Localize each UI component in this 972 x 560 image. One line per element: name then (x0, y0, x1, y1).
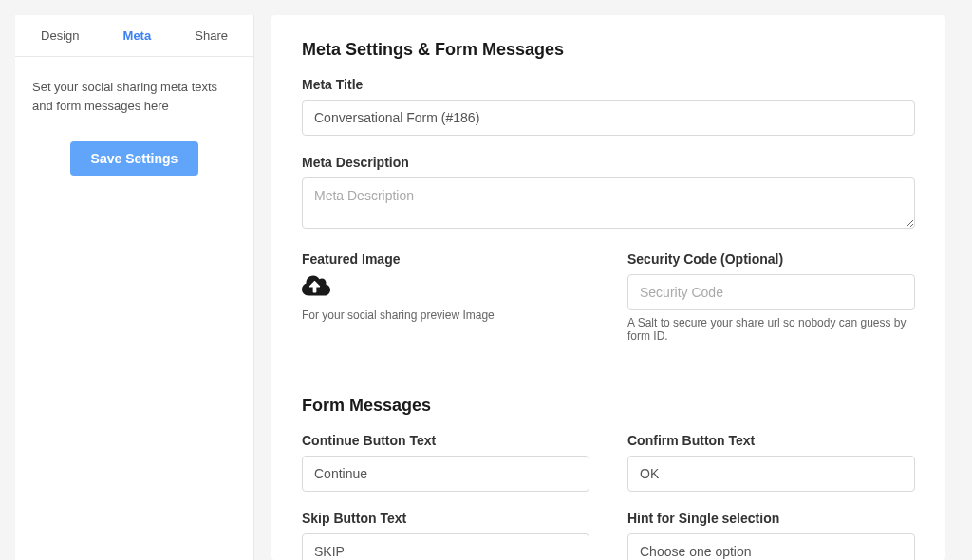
tab-meta[interactable]: Meta (112, 15, 163, 56)
security-code-helper: A Salt to secure your share url so nobod… (627, 316, 915, 343)
featured-image-label: Featured Image (302, 252, 589, 267)
skip-button-text-input[interactable] (302, 533, 589, 560)
security-code-input[interactable] (627, 274, 915, 310)
hint-single-selection-label: Hint for Single selection (627, 511, 915, 526)
continue-button-text-input[interactable] (302, 456, 589, 492)
tab-share[interactable]: Share (183, 15, 239, 56)
meta-title-input[interactable] (302, 100, 915, 136)
form-messages-heading: Form Messages (302, 396, 915, 416)
meta-description-label: Meta Description (302, 155, 915, 170)
hint-single-selection-input[interactable] (627, 533, 915, 560)
tab-design[interactable]: Design (29, 15, 90, 56)
confirm-button-text-label: Confirm Button Text (627, 433, 915, 448)
meta-title-label: Meta Title (302, 77, 915, 92)
featured-image-helper: For your social sharing preview Image (302, 308, 589, 322)
sidebar-tabs: Design Meta Share (15, 15, 253, 57)
meta-settings-heading: Meta Settings & Form Messages (302, 40, 915, 60)
security-code-label: Security Code (Optional) (627, 252, 915, 267)
main-content: Meta Settings & Form Messages Meta Title… (271, 15, 945, 560)
meta-description-textarea[interactable] (302, 177, 915, 229)
continue-button-text-label: Continue Button Text (302, 433, 589, 448)
cloud-upload-icon[interactable] (302, 274, 589, 301)
skip-button-text-label: Skip Button Text (302, 511, 589, 526)
save-settings-button[interactable]: Save Settings (70, 141, 199, 176)
settings-sidebar: Design Meta Share Set your social sharin… (15, 15, 254, 560)
confirm-button-text-input[interactable] (627, 456, 915, 492)
sidebar-description: Set your social sharing meta texts and f… (32, 78, 236, 115)
